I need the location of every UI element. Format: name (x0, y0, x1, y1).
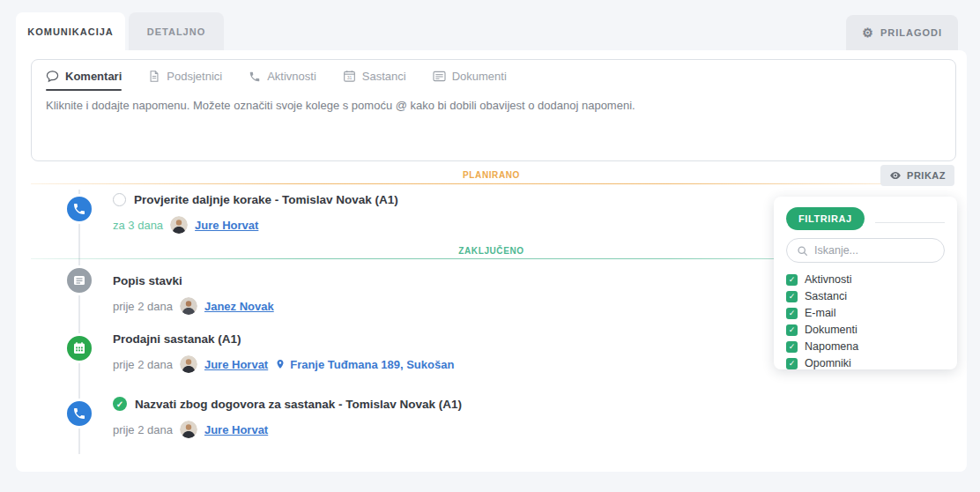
planned-divider-line (31, 183, 940, 184)
planned-divider-label: PLANIRANO (16, 170, 967, 180)
owner-link[interactable]: Jure Horvat (204, 358, 268, 371)
owner-link[interactable]: Jure Horvat (195, 219, 258, 232)
checkbox-checked-icon[interactable]: ✓ (786, 274, 798, 286)
checkbox-checked-icon[interactable]: ✓ (786, 308, 798, 319)
owner-link[interactable]: Jure Horvat (204, 423, 268, 436)
filter-search[interactable] (786, 238, 945, 263)
filter-option-opomniki[interactable]: ✓ Opomniki (786, 357, 945, 369)
show-button[interactable]: PRIKAZ (880, 165, 954, 186)
due-date: za 3 dana (113, 219, 163, 232)
filter-options: ✓ Aktivnosti ✓ Sastanci ✓ E-mail ✓ Dokum… (786, 273, 945, 369)
document-icon (148, 70, 160, 83)
avatar (170, 216, 188, 234)
time-ago: prije 2 dana (113, 423, 173, 436)
editor-tab-bar: Komentari Podsjetnici Aktivnosti 31 Sast… (32, 60, 955, 91)
call-activity-icon (64, 399, 94, 429)
owner-link[interactable]: Janez Novak (204, 300, 274, 313)
note-title: Popis stavki (113, 274, 182, 287)
avatar (180, 355, 197, 373)
location-text: Franje Tuđmana 189, Sukošan (290, 358, 454, 371)
meeting-title: Prodajni sastanak (A1) (113, 332, 241, 346)
editor-tab-label: Dokumenti (452, 70, 507, 83)
checkbox-checked-icon[interactable]: ✓ (786, 291, 798, 302)
editor-tab-komentari[interactable]: Komentari (46, 70, 122, 91)
tab-komunikacija[interactable]: KOMUNIKACIJA (16, 12, 125, 50)
checkbox-checked-icon[interactable]: ✓ (786, 358, 798, 369)
meeting-icon (64, 333, 94, 363)
note-input[interactable]: Kliknite i dodajte napomenu. Možete ozna… (32, 91, 955, 122)
editor-tab-dokumenti[interactable]: Dokumenti (433, 70, 507, 91)
card-icon (433, 71, 446, 82)
meeting-location[interactable]: Franje Tuđmana 189, Sukošan (275, 358, 454, 371)
filter-option-aktivnosti[interactable]: ✓ Aktivnosti (786, 273, 945, 286)
customize-button[interactable]: ⚙ PRILAGODI (846, 15, 958, 50)
editor-tab-label: Komentari (65, 70, 122, 83)
mark-done-radio[interactable] (113, 193, 126, 206)
option-label: Dokumenti (805, 324, 858, 336)
search-input[interactable] (814, 244, 934, 257)
tab-detaljno[interactable]: DETALJNO (129, 12, 224, 50)
checkbox-checked-icon[interactable]: ✓ (786, 341, 798, 353)
filter-option-email[interactable]: ✓ E-mail (786, 307, 945, 319)
calendar-icon: 31 (343, 70, 356, 83)
editor-tab-label: Aktivnosti (267, 70, 316, 83)
filter-option-napomena[interactable]: ✓ Napomena (786, 340, 945, 353)
comment-bubble-icon (46, 70, 59, 83)
eye-icon (889, 169, 902, 182)
option-label: E-mail (805, 307, 835, 319)
search-icon (797, 245, 808, 257)
editor-tab-label: Podsjetnici (167, 70, 222, 83)
show-label: PRIKAZ (907, 170, 946, 181)
timeline-item: ✓ Nazvati zbog dogovora za sastanak - To… (113, 396, 755, 438)
filter-option-sastanci[interactable]: ✓ Sastanci (786, 290, 945, 302)
timeline-item: Provjerite daljnje korake - Tomislav Nov… (113, 191, 755, 234)
editor-tab-aktivnosti[interactable]: Aktivnosti (249, 70, 316, 91)
location-pin-icon (275, 358, 286, 370)
done-check-icon[interactable]: ✓ (113, 397, 127, 411)
popup-divider (875, 222, 945, 223)
option-label: Sastanci (805, 290, 847, 302)
timeline-item: Popis stavki prije 2 dana Janez Novak (113, 272, 755, 315)
option-label: Opomniki (805, 357, 851, 369)
filter-popup: FILTRIRAJ ✓ Aktivnosti ✓ Sastanci ✓ E-ma… (774, 197, 957, 369)
activity-title: Provjerite daljnje korake - Tomislav Nov… (134, 193, 398, 206)
option-label: Aktivnosti (805, 273, 852, 286)
communication-panel: Komentari Podsjetnici Aktivnosti 31 Sast… (16, 50, 967, 472)
svg-text:31: 31 (346, 75, 352, 80)
top-tab-bar: KOMUNIKACIJA DETALJNO ⚙ PRILAGODI (16, 12, 967, 50)
phone-icon (249, 71, 261, 83)
avatar (180, 297, 197, 315)
gear-icon: ⚙ (862, 26, 874, 39)
activity-title: Nazvati zbog dogovora za sastanak - Tomi… (135, 398, 462, 411)
option-label: Napomena (805, 340, 858, 353)
editor-tab-podsjetnici[interactable]: Podsjetnici (148, 70, 222, 91)
checkbox-checked-icon[interactable]: ✓ (786, 324, 798, 336)
filter-button[interactable]: FILTRIRAJ (786, 207, 865, 230)
note-item-icon (64, 265, 94, 295)
editor-tab-label: Sastanci (362, 70, 406, 83)
filter-option-dokumenti[interactable]: ✓ Dokumenti (786, 324, 945, 336)
time-ago: prije 2 dana (113, 300, 173, 313)
call-activity-icon (64, 194, 94, 224)
avatar (180, 421, 197, 438)
note-editor: Komentari Podsjetnici Aktivnosti 31 Sast… (31, 59, 956, 161)
timeline-item: Prodajni sastanak (A1) prije 2 dana Jure… (113, 331, 755, 373)
editor-tab-sastanci[interactable]: 31 Sastanci (343, 70, 406, 91)
customize-label: PRILAGODI (880, 27, 942, 38)
time-ago: prije 2 dana (113, 358, 173, 371)
